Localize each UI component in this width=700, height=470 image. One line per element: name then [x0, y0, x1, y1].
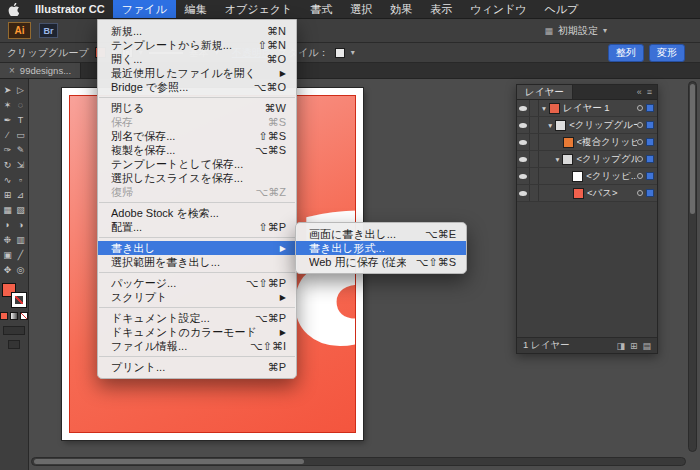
selection-indicator[interactable] — [646, 121, 654, 129]
slice-tool[interactable]: ╱ — [14, 247, 27, 262]
menubar-item[interactable]: オブジェクト — [216, 0, 302, 18]
menu-item[interactable]: スクリプト▶ — [98, 290, 296, 304]
visibility-eye-icon[interactable] — [517, 100, 530, 116]
menubar-item[interactable]: 表示 — [421, 0, 461, 18]
selection-indicator[interactable] — [646, 138, 654, 146]
magic-wand-tool[interactable]: ✶ — [1, 97, 14, 112]
mesh-tool[interactable]: ▦ — [1, 202, 14, 217]
lock-cell[interactable] — [530, 168, 539, 184]
new-sublayer-icon[interactable]: ⊞ — [630, 341, 638, 351]
visibility-eye-icon[interactable] — [517, 185, 530, 201]
transform-button[interactable]: 変形 — [649, 44, 685, 62]
menu-item[interactable]: ドキュメントのカラーモード▶ — [98, 325, 296, 339]
selection-indicator[interactable] — [646, 104, 654, 112]
style-swatch[interactable] — [335, 48, 345, 58]
shape-builder-tool[interactable]: ⊞ — [1, 187, 14, 202]
lock-cell[interactable] — [530, 185, 539, 201]
selection-tool[interactable]: ➤ — [1, 82, 14, 97]
horizontal-scrollbar-thumb[interactable] — [34, 459, 304, 464]
document-tab[interactable]: × 99designs... — [0, 63, 81, 78]
layer-label[interactable]: <クリップグル... — [576, 153, 637, 166]
menubar-item[interactable]: 効果 — [381, 0, 421, 18]
layer-row[interactable]: ▼<クリップグル... — [517, 151, 657, 168]
disclosure-triangle-icon[interactable]: ▼ — [539, 105, 549, 112]
stroke-none-swatch[interactable] — [12, 293, 26, 307]
make-clip-mask-icon[interactable]: ◨ — [616, 341, 625, 351]
target-circle-icon[interactable] — [637, 156, 643, 162]
color-mode-button[interactable] — [0, 312, 8, 320]
menu-item[interactable]: パッケージ...⌥⇧⌘P — [98, 276, 296, 290]
symbol-sprayer-tool[interactable]: ❉ — [1, 232, 14, 247]
menu-item[interactable]: テンプレートから新規...⇧⌘N — [98, 38, 296, 52]
align-button[interactable]: 整列 — [608, 44, 644, 62]
perspective-grid-tool[interactable]: ⊿ — [14, 187, 27, 202]
eyedropper-tool[interactable]: ◗ — [1, 217, 14, 232]
workspace-switcher[interactable]: ▦ 初期設定 ▾ — [544, 24, 607, 38]
zoom-tool[interactable]: ◎ — [14, 262, 27, 277]
layer-label[interactable]: <クリッピ... — [586, 170, 637, 183]
visibility-eye-icon[interactable] — [517, 117, 530, 133]
menu-item[interactable]: 最近使用したファイルを開く▶ — [98, 66, 296, 80]
paintbrush-tool[interactable]: ✑ — [1, 142, 14, 157]
menu-item[interactable]: Web 用に保存 (従来)...⌥⇧⌘S — [296, 255, 466, 269]
pen-tool[interactable]: ✒ — [1, 112, 14, 127]
gradient-mode-button[interactable] — [10, 312, 18, 320]
layer-row[interactable]: ▼<クリップグループ> — [517, 117, 657, 134]
target-circle-icon[interactable] — [637, 173, 643, 179]
menubar-item[interactable]: 選択 — [341, 0, 381, 18]
menu-item[interactable]: 選択範囲を書き出し... — [98, 255, 296, 269]
type-tool[interactable]: T — [14, 112, 27, 127]
vertical-scrollbar-thumb[interactable] — [690, 84, 695, 214]
lasso-tool[interactable]: ◌ — [14, 97, 27, 112]
menu-item[interactable]: Adobe Stock を検索... — [98, 206, 296, 220]
artboard-tool[interactable]: ▣ — [1, 247, 14, 262]
disclosure-triangle-icon[interactable]: ▼ — [552, 156, 562, 163]
menu-item[interactable]: テンプレートとして保存... — [98, 157, 296, 171]
selection-indicator[interactable] — [646, 189, 654, 197]
chevron-down-icon[interactable]: ▾ — [351, 48, 355, 57]
target-circle-icon[interactable] — [637, 105, 643, 111]
pencil-tool[interactable]: ✎ — [14, 142, 27, 157]
lock-cell[interactable] — [530, 117, 539, 133]
tab-layers[interactable]: レイヤー — [517, 85, 573, 99]
new-layer-icon[interactable]: ▤ — [642, 341, 651, 351]
menu-item[interactable]: 書き出し形式... — [296, 241, 466, 255]
menu-item[interactable]: 閉じる⌘W — [98, 101, 296, 115]
menu-item[interactable]: 複製を保存...⌥⌘S — [98, 143, 296, 157]
layer-row[interactable]: <複合クリッピ... — [517, 134, 657, 151]
menu-item[interactable]: 配置...⇧⌘P — [98, 220, 296, 234]
layer-label[interactable]: レイヤー 1 — [563, 102, 610, 115]
selection-indicator[interactable] — [646, 155, 654, 163]
lock-cell[interactable] — [530, 134, 539, 150]
target-circle-icon[interactable] — [637, 190, 643, 196]
bridge-launch-button[interactable]: Br — [39, 23, 58, 38]
layer-row[interactable]: <クリッピ... — [517, 168, 657, 185]
close-tab-icon[interactable]: × — [9, 65, 15, 76]
gradient-tool[interactable]: ▧ — [14, 202, 27, 217]
target-circle-icon[interactable] — [637, 139, 643, 145]
blend-tool[interactable]: ◑ — [14, 217, 27, 232]
menu-item[interactable]: 書き出し▶ — [98, 241, 296, 255]
menubar-item[interactable]: 編集 — [176, 0, 216, 18]
menubar-item[interactable]: ウィンドウ — [461, 0, 535, 18]
menu-item[interactable]: ドキュメント設定...⌥⌘P — [98, 311, 296, 325]
menubar-item[interactable]: ヘルプ — [536, 0, 588, 18]
screen-mode-button[interactable] — [8, 340, 20, 349]
lock-cell[interactable] — [530, 151, 539, 167]
menubar-item[interactable]: 書式 — [301, 0, 341, 18]
menu-item[interactable]: 新規...⌘N — [98, 24, 296, 38]
line-segment-tool[interactable]: ∕ — [1, 127, 14, 142]
visibility-eye-icon[interactable] — [517, 134, 530, 150]
width-tool[interactable]: ∿ — [1, 172, 14, 187]
horizontal-scrollbar[interactable] — [31, 457, 686, 466]
layer-label[interactable]: <クリップグループ> — [569, 119, 637, 132]
layer-label[interactable]: <複合クリッピ... — [577, 136, 637, 149]
rectangle-tool[interactable]: ▭ — [14, 127, 27, 142]
app-name[interactable]: Illustrator CC — [27, 0, 113, 18]
layer-row[interactable]: ▼レイヤー 1 — [517, 100, 657, 117]
draw-mode-switcher[interactable] — [3, 326, 25, 335]
free-transform-tool[interactable]: ▫ — [14, 172, 27, 187]
collapse-panel-icon[interactable]: « — [637, 87, 642, 97]
menu-item[interactable]: プリント...⌘P — [98, 360, 296, 374]
menu-item[interactable]: 選択したスライスを保存... — [98, 171, 296, 185]
